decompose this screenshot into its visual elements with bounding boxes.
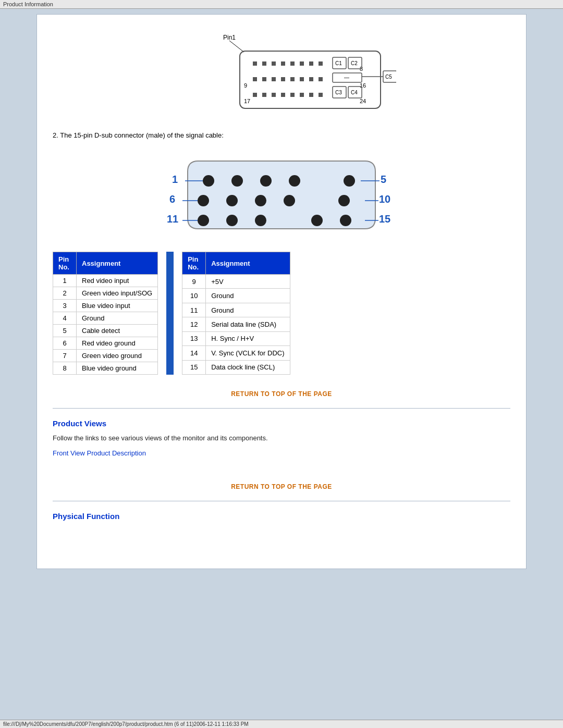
left-assignment-header: Assignment bbox=[77, 252, 158, 275]
pin-number: 3 bbox=[53, 300, 77, 312]
svg-rect-19 bbox=[281, 77, 285, 81]
svg-point-61 bbox=[284, 195, 295, 206]
svg-rect-25 bbox=[262, 93, 266, 97]
pin-tables-wrapper: Pin No. Assignment 1Red video input2Gree… bbox=[53, 252, 510, 375]
svg-point-59 bbox=[226, 195, 238, 206]
svg-rect-31 bbox=[319, 93, 323, 97]
right-pin-no-header: Pin No. bbox=[182, 252, 206, 275]
svg-rect-27 bbox=[281, 93, 285, 97]
svg-text:C4: C4 bbox=[351, 90, 358, 95]
svg-text:11: 11 bbox=[167, 213, 178, 225]
pin-assignment: Ground bbox=[206, 303, 290, 317]
table-row: 15Data clock line (SCL) bbox=[182, 360, 290, 374]
pin-number: 8 bbox=[53, 362, 77, 375]
svg-text:C1: C1 bbox=[335, 60, 342, 66]
svg-rect-29 bbox=[300, 93, 304, 97]
svg-text:C5: C5 bbox=[385, 74, 392, 80]
svg-rect-26 bbox=[272, 93, 276, 97]
pin-assignment: Serial data line (SDA) bbox=[206, 317, 290, 331]
svg-point-52 bbox=[289, 175, 300, 187]
pin-number: 2 bbox=[53, 287, 77, 300]
table-spacer bbox=[166, 252, 174, 375]
vga-diagram: 1 5 6 10 bbox=[53, 145, 510, 239]
pin-number: 7 bbox=[53, 350, 77, 362]
svg-point-70 bbox=[311, 215, 323, 226]
svg-rect-15 bbox=[319, 61, 323, 66]
pin-assignment: +5V bbox=[206, 275, 290, 289]
svg-rect-14 bbox=[309, 61, 313, 66]
table-row: 5Cable detect bbox=[53, 325, 158, 337]
main-container: Pin1 9 17 8 16 24 bbox=[0, 9, 563, 718]
svg-rect-24 bbox=[253, 93, 257, 97]
physical-function-heading: Physical Function bbox=[53, 512, 510, 521]
pin-assignment: Cable detect bbox=[77, 325, 158, 337]
svg-text:1: 1 bbox=[172, 174, 178, 185]
return-link-1[interactable]: RETURN TO TOP OF THE PAGE bbox=[53, 390, 510, 398]
svg-point-49 bbox=[203, 175, 214, 187]
svg-point-53 bbox=[344, 175, 355, 187]
svg-rect-17 bbox=[262, 77, 266, 81]
table-row: 11Ground bbox=[182, 303, 290, 317]
table-row: 7Green video ground bbox=[53, 350, 158, 362]
pin-number: 13 bbox=[182, 331, 206, 346]
svg-rect-16 bbox=[253, 77, 257, 81]
front-view-link[interactable]: Front View Product Description bbox=[53, 449, 146, 457]
pin-assignment: Ground bbox=[206, 289, 290, 303]
table-row: 9+5V bbox=[182, 275, 290, 289]
table-row: 13H. Sync / H+V bbox=[182, 331, 290, 346]
svg-text:5: 5 bbox=[381, 174, 386, 185]
pin-assignment: Blue video ground bbox=[77, 362, 158, 375]
svg-point-51 bbox=[260, 175, 272, 187]
table-row: 1Red video input bbox=[53, 275, 158, 287]
return-link-2[interactable]: RETURN TO TOP OF THE PAGE bbox=[53, 483, 510, 490]
table-row: 14V. Sync (VCLK for DDC) bbox=[182, 346, 290, 360]
svg-rect-12 bbox=[290, 61, 295, 66]
svg-text:17: 17 bbox=[244, 98, 250, 104]
svg-rect-9 bbox=[262, 61, 266, 66]
right-assignment-header: Assignment bbox=[206, 252, 290, 275]
svg-text:6: 6 bbox=[169, 193, 175, 205]
svg-point-58 bbox=[198, 195, 209, 206]
svg-text:15: 15 bbox=[379, 213, 390, 225]
pin-assignment: Red video input bbox=[77, 275, 158, 287]
table-row: 3Blue video input bbox=[53, 300, 158, 312]
left-pin-no-header: Pin No. bbox=[53, 252, 77, 275]
svg-rect-13 bbox=[300, 61, 304, 66]
title-bar: Product Information bbox=[0, 0, 563, 9]
pin-table-right: Pin No. Assignment 9+5V10Ground11Ground1… bbox=[182, 252, 290, 375]
svg-rect-8 bbox=[253, 61, 257, 66]
divider-1 bbox=[53, 408, 510, 409]
pin-number: 10 bbox=[182, 289, 206, 303]
pin-number: 4 bbox=[53, 312, 77, 325]
pin-number: 9 bbox=[182, 275, 206, 289]
svg-point-50 bbox=[231, 175, 243, 187]
pin-assignment: Green video ground bbox=[77, 350, 158, 362]
svg-text:Pin1: Pin1 bbox=[223, 34, 236, 41]
pin-assignment: V. Sync (VCLK for DDC) bbox=[206, 346, 290, 360]
svg-rect-22 bbox=[309, 77, 313, 81]
pin-assignment: Data clock line (SCL) bbox=[206, 360, 290, 374]
svg-rect-10 bbox=[272, 61, 276, 66]
table-row: 10Ground bbox=[182, 289, 290, 303]
table-row: 4Ground bbox=[53, 312, 158, 325]
vga-connector-svg: 1 5 6 10 bbox=[156, 145, 407, 239]
svg-point-69 bbox=[255, 215, 266, 226]
svg-text:24: 24 bbox=[360, 98, 366, 104]
svg-rect-11 bbox=[281, 61, 285, 66]
dvi-connector-svg: Pin1 9 17 8 16 24 bbox=[167, 25, 396, 119]
svg-text:C3: C3 bbox=[335, 90, 342, 95]
pin-assignment: Green video input/SOG bbox=[77, 287, 158, 300]
svg-line-1 bbox=[229, 41, 244, 52]
svg-point-71 bbox=[340, 215, 351, 226]
pin-table-left: Pin No. Assignment 1Red video input2Gree… bbox=[53, 252, 158, 375]
content-box: Pin1 9 17 8 16 24 bbox=[36, 14, 527, 569]
table-row: 6Red video ground bbox=[53, 337, 158, 350]
svg-text:10: 10 bbox=[379, 193, 390, 205]
pin-number: 1 bbox=[53, 275, 77, 287]
svg-rect-21 bbox=[300, 77, 304, 81]
pin-number: 5 bbox=[53, 325, 77, 337]
svg-rect-28 bbox=[290, 93, 295, 97]
pin-assignment: H. Sync / H+V bbox=[206, 331, 290, 346]
pin-number: 6 bbox=[53, 337, 77, 350]
product-views-heading: Product Views bbox=[53, 419, 510, 428]
